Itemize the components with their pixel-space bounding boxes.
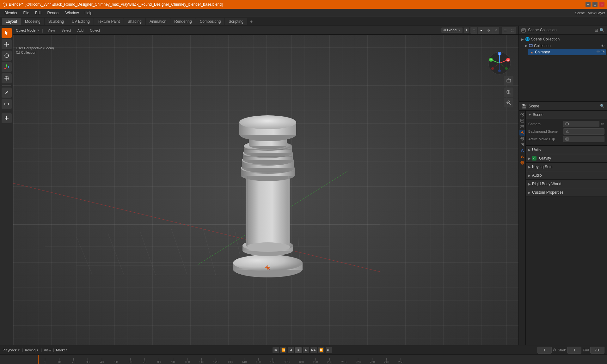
wireframe-button[interactable]: ⬡ [470,27,477,34]
ruler-mark: 90 [166,358,180,364]
maximize-button[interactable]: □ [592,2,598,7]
tab-compositing[interactable]: Compositing [196,18,225,25]
snap-toggle[interactable]: ⚬ [464,27,469,33]
global-orientation[interactable]: ⊕ Global ▼ [441,27,463,33]
gravity-section-header[interactable]: ▶ ✓ Gravity [526,154,607,162]
particles-props-icon[interactable] [519,154,525,160]
jump-start-button[interactable]: ⏮ [273,347,279,353]
view-layer-props-icon[interactable] [519,124,525,130]
add-workspace-button[interactable]: + [248,18,255,25]
viewport-canvas[interactable]: User Perspective (Local) (1) Collection [13,35,518,345]
tab-texture-paint[interactable]: Texture Paint [94,18,124,25]
viewport-controls-right: ⊕ Global ▼ ⚬ ⬡ ● ◑ ☀ ☰ ⬚ [441,27,516,34]
gravity-checkbox[interactable]: ✓ [532,156,536,161]
xray-toggle[interactable]: ⬚ [509,27,516,34]
units-section-header[interactable]: ▶ Units [526,146,607,154]
tab-uv-editing[interactable]: UV Editing [68,18,94,25]
chimney-camera-icon[interactable] [601,50,604,54]
scene-props-btn-icon[interactable] [519,130,525,136]
keying-dropdown[interactable]: Keying ▼ [25,348,39,352]
nav-zoom-in-button[interactable] [504,88,513,97]
properties-icon-column [519,111,526,345]
tab-scripting[interactable]: Scripting [225,18,247,25]
world-props-icon[interactable] [519,136,525,142]
next-keyframe-button[interactable]: ⏩ [318,347,324,353]
overlay-toggle[interactable]: ☰ [502,27,509,34]
physics-props-icon[interactable] [519,160,525,166]
annotate-tool[interactable] [2,88,12,98]
outliner-filter-icon[interactable]: ⊟ [595,28,598,33]
start-frame-input[interactable]: 1 [567,347,581,354]
render-props-icon[interactable] [519,112,525,118]
menu-window[interactable]: Window [63,10,82,16]
add-object-tool[interactable] [2,113,12,123]
tab-layout[interactable]: Layout [2,18,21,25]
timeline-ruler[interactable]: 1 10 20 30 40 50 60 70 80 90 100 110 120… [0,355,607,364]
chimney-restrict-icon[interactable]: 👁 [597,50,600,54]
menu-blender[interactable]: Blender [2,10,20,16]
current-frame-input[interactable]: 1 [537,347,552,354]
transform-tool[interactable] [2,73,12,83]
menu-render[interactable]: Render [45,10,62,16]
nav-perspective-button[interactable] [504,76,513,85]
outliner-search-icon[interactable]: 🔍 [599,28,604,33]
rendered-button[interactable]: ☀ [492,27,499,34]
keying-sets-section-header[interactable]: ▶ Keying Sets [526,163,607,171]
playback-dropdown[interactable]: Playback ▼ [3,348,20,352]
play-button[interactable]: ▶ [303,347,309,353]
outliner-chimney[interactable]: ▲ Chimney 👁 [528,49,606,55]
stop-button[interactable]: ■ [295,347,302,353]
vp-select-menu[interactable]: Select [59,28,73,33]
end-frame-input[interactable]: 250 [590,347,604,354]
audio-section-header[interactable]: ▶ Audio [526,171,607,179]
jump-end-button[interactable]: ⏭ [326,347,332,353]
menu-edit[interactable]: Edit [33,10,44,16]
background-scene-value[interactable] [563,128,604,135]
nav-zoom-out-button[interactable] [504,98,513,107]
vp-add-menu[interactable]: Add [76,28,86,33]
window-controls[interactable]: ─ □ ✕ [586,2,604,7]
view-menu-tl[interactable]: View [44,348,51,352]
tab-sculpting[interactable]: Sculpting [45,18,68,25]
marker-menu[interactable]: Marker [56,348,67,352]
camera-value[interactable] [563,121,599,127]
vp-object-menu[interactable]: Object [88,28,102,33]
menu-help[interactable]: Help [82,10,95,16]
jump-next-button[interactable]: ▶▶ [310,347,317,353]
properties-search-icon[interactable]: 🔍 [600,104,604,108]
scene-section-header[interactable]: ▼ Scene [526,111,607,119]
object-props-icon[interactable] [519,142,525,148]
menu-file[interactable]: File [21,10,32,16]
active-movie-clip-value[interactable] [563,136,604,142]
svg-point-129 [523,157,524,158]
minimize-button[interactable]: ─ [586,2,591,7]
tab-modeling[interactable]: Modeling [21,18,44,25]
tab-animation[interactable]: Animation [146,18,170,25]
camera-browse-icon[interactable]: ✏ [601,121,604,126]
output-props-icon[interactable] [519,118,525,124]
collection-eye-icon[interactable]: 👁 [601,44,604,48]
prev-keyframe-button[interactable]: ⏪ [280,347,286,353]
rotate-tool[interactable] [2,51,12,61]
rigid-body-world-section-header[interactable]: ▶ Rigid Body World [526,180,607,188]
scale-tool[interactable] [2,62,12,72]
jump-prev-button[interactable]: ◀ [288,347,294,353]
tab-shading[interactable]: Shading [124,18,145,25]
outliner-scene-collection[interactable]: ▶ 🌐 Scene Collection [520,36,606,42]
close-button[interactable]: ✕ [599,2,604,7]
modifier-props-icon[interactable] [519,148,525,154]
solid-button[interactable]: ● [478,27,485,34]
viewport-3d[interactable]: Object Mode ▼ | View Select Add Object ⊕… [13,26,518,345]
keying-sets-section-label: Keying Sets [532,165,552,169]
tab-rendering[interactable]: Rendering [170,18,195,25]
material-preview-button[interactable]: ◑ [485,27,492,34]
vp-view-menu[interactable]: View [46,28,57,33]
custom-properties-section-header[interactable]: ▶ Custom Properties [526,188,607,197]
measure-tool[interactable] [2,99,12,109]
outliner-collection[interactable]: ▶ Collection 👁 [524,42,606,49]
object-mode-dropdown[interactable]: Object Mode ▼ [16,28,40,32]
cursor-tool[interactable] [2,28,12,38]
gravity-section: ▶ ✓ Gravity [526,154,607,163]
ruler-mark: 210 [337,358,351,364]
move-tool[interactable] [2,39,12,49]
